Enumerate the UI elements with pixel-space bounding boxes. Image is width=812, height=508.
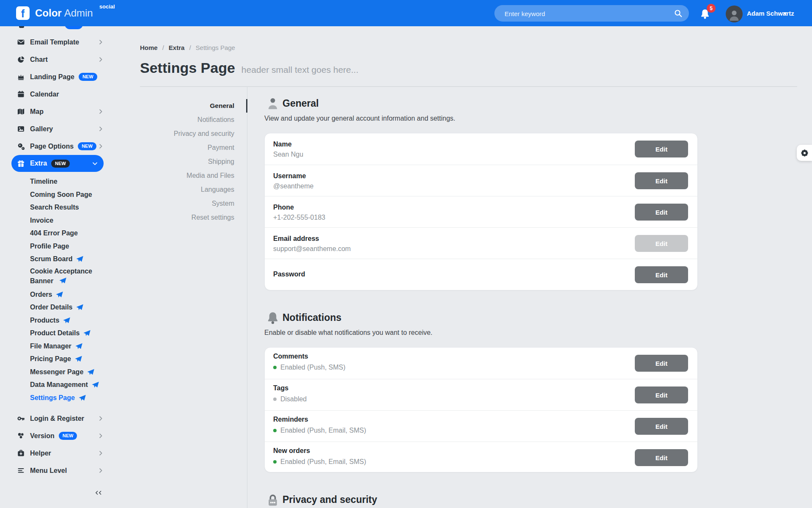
sidebar-item-gallery[interactable]: Gallery xyxy=(0,120,113,138)
sidebar-item-chart[interactable]: Chart xyxy=(0,51,113,68)
sidebar-item-calendar[interactable]: Calendar xyxy=(0,86,113,103)
settings-nav-system[interactable]: System xyxy=(140,198,234,210)
header-search xyxy=(494,5,689,22)
sidebar-item-extra[interactable]: Extra NEW xyxy=(11,155,104,172)
breadcrumb: Home / Extra / Settings Page xyxy=(140,44,235,51)
status-dot-disabled xyxy=(273,398,277,401)
sidebar-item-version[interactable]: Version NEW xyxy=(0,427,113,444)
sidebar-subitem-file-manager[interactable]: File Manager xyxy=(30,340,82,353)
sidebar-subitem-order-details[interactable]: Order Details xyxy=(30,301,83,314)
new-badge: NEW xyxy=(79,73,97,81)
sidebar-item-menu-level[interactable]: Menu Level xyxy=(0,462,113,479)
sidebar-subitem-scrum-board[interactable]: Scrum Board xyxy=(30,253,83,265)
edit-tags-button[interactable]: Edit xyxy=(635,387,688,403)
theme-settings-button[interactable] xyxy=(797,145,812,161)
sidebar-subitem-products[interactable]: Products xyxy=(30,314,70,327)
edit-username-button[interactable]: Edit xyxy=(635,172,688,189)
settings-nav-media[interactable]: Media and Files xyxy=(140,170,234,182)
search-icon[interactable] xyxy=(674,9,682,17)
header-divider xyxy=(140,86,797,87)
edit-name-button[interactable]: Edit xyxy=(635,141,688,157)
row-status: Enabled (Push, SMS) xyxy=(273,364,346,371)
status-text: Enabled (Push, Email, SMS) xyxy=(280,458,366,466)
sidebar-item-label: Extra xyxy=(30,160,47,167)
caret-down-icon[interactable] xyxy=(783,12,787,15)
user-avatar[interactable] xyxy=(726,6,743,22)
sidebar-subitem-404[interactable]: 404 Error Page xyxy=(30,227,78,240)
edit-email-button[interactable]: Edit xyxy=(635,235,688,252)
search-input[interactable] xyxy=(504,5,666,22)
sidebar-subitem-cookie-banner[interactable]: Cookie Acceptance Banner xyxy=(30,266,108,286)
sidebar-item-login-register[interactable]: Login & Register xyxy=(0,410,113,427)
sidebar-item-label: Landing Page xyxy=(30,73,74,81)
settings-nav-reset[interactable]: Reset settings xyxy=(140,212,234,224)
edit-new-orders-button[interactable]: Edit xyxy=(635,449,688,466)
breadcrumb-extra[interactable]: Extra xyxy=(169,44,185,51)
map-icon xyxy=(17,108,25,115)
row-label: Password xyxy=(273,271,305,278)
breadcrumb-separator: / xyxy=(162,44,164,51)
breadcrumb-home[interactable]: Home xyxy=(140,44,158,51)
notifications-settings-card: Comments Enabled (Push, SMS) Edit Tags D… xyxy=(264,347,698,472)
settings-nav-languages[interactable]: Languages xyxy=(140,184,234,196)
sidebar-item-landing-page[interactable]: Landing Page NEW xyxy=(0,68,113,86)
row-label: Name xyxy=(273,141,292,148)
status-text: Enabled (Push, SMS) xyxy=(280,364,346,371)
sidebar-item-label: Map xyxy=(30,108,44,116)
sidebar-subitem-product-details[interactable]: Product Details xyxy=(30,327,91,340)
paper-plane-icon xyxy=(92,381,99,389)
pie-chart-icon xyxy=(17,56,25,63)
sidebar-subitem-pricing[interactable]: Pricing Page xyxy=(30,353,82,365)
subitem-label: Product Details xyxy=(30,329,80,337)
sidebar-collapse-button[interactable] xyxy=(88,485,108,500)
edit-reminders-button[interactable]: Edit xyxy=(635,418,688,435)
subitem-label: Products xyxy=(30,317,59,324)
row-label: Phone xyxy=(273,204,294,211)
sidebar-subitem-search-results[interactable]: Search Results xyxy=(30,201,79,214)
subitem-label: Settings Page xyxy=(30,394,75,402)
row-label: Username xyxy=(273,172,306,180)
subitem-label: Search Results xyxy=(30,204,79,211)
sidebar-subitem-messenger[interactable]: Messenger Page xyxy=(30,366,94,378)
sidebar-item-email-template[interactable]: Email Template xyxy=(0,33,113,51)
sidebar-item-label: Email Template xyxy=(30,39,79,46)
chevron-right-icon xyxy=(98,144,104,149)
key-icon xyxy=(17,415,25,422)
setting-row-password: Password Edit xyxy=(265,259,697,290)
breadcrumb-current: Settings Page xyxy=(196,44,235,51)
settings-nav-privacy[interactable]: Privacy and security xyxy=(140,128,234,140)
sidebar-subitem-coming-soon[interactable]: Coming Soon Page xyxy=(30,188,92,201)
sidebar-subitem-data-management[interactable]: Data Management xyxy=(30,378,99,391)
setting-row-reminders: Reminders Enabled (Push, Email, SMS) Edi… xyxy=(265,410,697,442)
brand-text: ColorAdmin social xyxy=(35,7,115,19)
status-text: Enabled (Push, Email, SMS) xyxy=(280,427,366,434)
double-chevron-left-icon xyxy=(98,489,102,496)
settings-nav-notifications[interactable]: Notifications xyxy=(140,114,234,126)
sidebar-subitem-invoice[interactable]: Invoice xyxy=(30,214,53,227)
chevron-right-icon xyxy=(98,450,104,456)
settings-nav-payment[interactable]: Payment xyxy=(140,142,234,154)
sidebar-subitem-orders[interactable]: Orders xyxy=(30,288,63,301)
sidebar-item-page-options[interactable]: Page Options NEW xyxy=(0,138,113,155)
edit-password-button[interactable]: Edit xyxy=(635,266,688,283)
sidebar-subitem-profile[interactable]: Profile Page xyxy=(30,240,69,253)
breadcrumb-separator: / xyxy=(189,44,191,51)
edit-phone-button[interactable]: Edit xyxy=(635,204,688,221)
edit-comments-button[interactable]: Edit xyxy=(635,355,688,372)
sidebar-subitem-settings-page[interactable]: Settings Page xyxy=(30,392,86,404)
app-logo[interactable]: f ColorAdmin social xyxy=(16,6,115,20)
new-badge: NEW xyxy=(51,160,70,168)
setting-row-tags: Tags Disabled Edit xyxy=(265,379,697,411)
sidebar-subitem-timeline[interactable]: Timeline xyxy=(30,175,58,188)
paper-plane-icon xyxy=(79,395,86,402)
settings-nav-general[interactable]: General xyxy=(140,100,234,112)
sidebar-item-map[interactable]: Map xyxy=(0,103,113,120)
brand-name-light: Admin xyxy=(64,7,93,19)
sidebar-item-helper[interactable]: Helper xyxy=(0,444,113,462)
avatar-silhouette-icon xyxy=(729,9,740,22)
row-status: Disabled xyxy=(273,395,307,403)
settings-nav-shipping[interactable]: Shipping xyxy=(140,156,234,168)
app-header: f ColorAdmin social 5 Adam Schwartz xyxy=(0,0,812,26)
sidebar: Email Template Chart Landing Page NEW Ca… xyxy=(0,0,113,508)
subitem-label: Timeline xyxy=(30,178,58,185)
